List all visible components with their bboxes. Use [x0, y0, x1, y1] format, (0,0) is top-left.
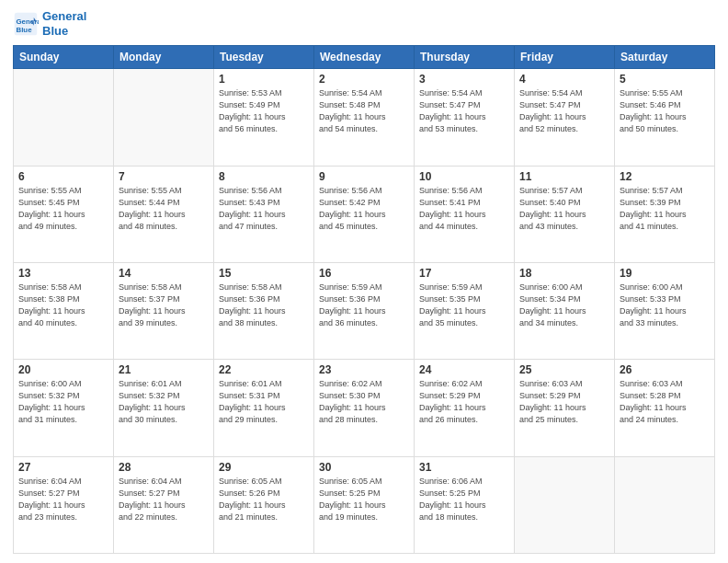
day-info: Sunrise: 5:55 AM Sunset: 5:45 PM Dayligh… — [18, 185, 108, 233]
day-number: 31 — [419, 461, 509, 474]
calendar-cell: 2Sunrise: 5:54 AM Sunset: 5:48 PM Daylig… — [314, 69, 415, 166]
header: General Blue General Blue — [13, 9, 715, 38]
weekday-header-row: SundayMondayTuesdayWednesdayThursdayFrid… — [14, 46, 715, 69]
day-info: Sunrise: 6:00 AM Sunset: 5:32 PM Dayligh… — [18, 378, 108, 426]
day-number: 7 — [119, 170, 209, 183]
day-number: 6 — [18, 170, 108, 183]
day-info: Sunrise: 5:58 AM Sunset: 5:37 PM Dayligh… — [119, 282, 209, 329]
calendar-cell: 3Sunrise: 5:54 AM Sunset: 5:47 PM Daylig… — [415, 69, 515, 166]
day-info: Sunrise: 5:59 AM Sunset: 5:35 PM Dayligh… — [419, 282, 509, 329]
day-number: 27 — [18, 461, 108, 474]
weekday-header-saturday: Saturday — [615, 46, 715, 69]
calendar-cell: 14Sunrise: 5:58 AM Sunset: 5:37 PM Dayli… — [114, 262, 214, 359]
day-info: Sunrise: 5:57 AM Sunset: 5:39 PM Dayligh… — [620, 185, 710, 233]
day-number: 14 — [119, 267, 209, 280]
page-container: General Blue General Blue SundayMondayTu… — [0, 0, 728, 563]
calendar-cell: 30Sunrise: 6:05 AM Sunset: 5:25 PM Dayli… — [314, 456, 415, 553]
week-row-3: 13Sunrise: 5:58 AM Sunset: 5:38 PM Dayli… — [14, 262, 715, 359]
day-number: 21 — [119, 363, 209, 376]
logo-icon: General Blue — [13, 11, 39, 37]
calendar-cell: 24Sunrise: 6:02 AM Sunset: 5:29 PM Dayli… — [415, 360, 515, 456]
calendar-cell: 16Sunrise: 5:59 AM Sunset: 5:36 PM Dayli… — [314, 262, 415, 359]
day-number: 9 — [319, 170, 409, 183]
day-info: Sunrise: 5:56 AM Sunset: 5:42 PM Dayligh… — [319, 185, 409, 233]
day-info: Sunrise: 6:04 AM Sunset: 5:27 PM Dayligh… — [18, 476, 108, 523]
calendar-cell: 10Sunrise: 5:56 AM Sunset: 5:41 PM Dayli… — [415, 166, 515, 262]
day-info: Sunrise: 6:03 AM Sunset: 5:28 PM Dayligh… — [620, 378, 710, 426]
calendar-cell: 8Sunrise: 5:56 AM Sunset: 5:43 PM Daylig… — [214, 166, 314, 262]
calendar-cell: 28Sunrise: 6:04 AM Sunset: 5:27 PM Dayli… — [114, 456, 214, 553]
day-number: 11 — [519, 170, 609, 183]
day-info: Sunrise: 5:58 AM Sunset: 5:36 PM Dayligh… — [219, 282, 309, 329]
calendar-cell: 12Sunrise: 5:57 AM Sunset: 5:39 PM Dayli… — [615, 166, 715, 262]
day-info: Sunrise: 6:02 AM Sunset: 5:30 PM Dayligh… — [319, 378, 409, 426]
calendar-cell — [515, 456, 615, 553]
calendar-cell: 9Sunrise: 5:56 AM Sunset: 5:42 PM Daylig… — [314, 166, 415, 262]
day-info: Sunrise: 6:01 AM Sunset: 5:31 PM Dayligh… — [219, 378, 309, 426]
calendar-cell: 31Sunrise: 6:06 AM Sunset: 5:25 PM Dayli… — [415, 456, 515, 553]
day-info: Sunrise: 5:56 AM Sunset: 5:43 PM Dayligh… — [219, 185, 309, 233]
day-info: Sunrise: 6:00 AM Sunset: 5:34 PM Dayligh… — [519, 282, 609, 329]
calendar-cell: 11Sunrise: 5:57 AM Sunset: 5:40 PM Dayli… — [515, 166, 615, 262]
calendar-cell: 7Sunrise: 5:55 AM Sunset: 5:44 PM Daylig… — [114, 166, 214, 262]
calendar-cell: 6Sunrise: 5:55 AM Sunset: 5:45 PM Daylig… — [14, 166, 114, 262]
calendar-table: SundayMondayTuesdayWednesdayThursdayFrid… — [13, 45, 715, 554]
day-number: 1 — [219, 73, 309, 86]
calendar-cell: 17Sunrise: 5:59 AM Sunset: 5:35 PM Dayli… — [415, 262, 515, 359]
week-row-5: 27Sunrise: 6:04 AM Sunset: 5:27 PM Dayli… — [14, 456, 715, 553]
day-info: Sunrise: 6:01 AM Sunset: 5:32 PM Dayligh… — [119, 378, 209, 426]
day-number: 22 — [219, 363, 309, 376]
logo-text: General Blue — [42, 9, 86, 38]
day-number: 17 — [419, 267, 509, 280]
weekday-header-thursday: Thursday — [415, 46, 515, 69]
week-row-2: 6Sunrise: 5:55 AM Sunset: 5:45 PM Daylig… — [14, 166, 715, 262]
day-number: 16 — [319, 267, 409, 280]
day-number: 23 — [319, 363, 409, 376]
day-number: 20 — [18, 363, 108, 376]
day-info: Sunrise: 5:54 AM Sunset: 5:47 PM Dayligh… — [419, 87, 509, 135]
day-info: Sunrise: 5:54 AM Sunset: 5:48 PM Dayligh… — [319, 87, 409, 135]
day-number: 10 — [419, 170, 509, 183]
calendar-cell: 18Sunrise: 6:00 AM Sunset: 5:34 PM Dayli… — [515, 262, 615, 359]
day-info: Sunrise: 6:02 AM Sunset: 5:29 PM Dayligh… — [419, 378, 509, 426]
calendar-cell — [615, 456, 715, 553]
week-row-1: 1Sunrise: 5:53 AM Sunset: 5:49 PM Daylig… — [14, 69, 715, 166]
calendar-cell: 15Sunrise: 5:58 AM Sunset: 5:36 PM Dayli… — [214, 262, 314, 359]
calendar-cell: 22Sunrise: 6:01 AM Sunset: 5:31 PM Dayli… — [214, 360, 314, 456]
calendar-cell: 19Sunrise: 6:00 AM Sunset: 5:33 PM Dayli… — [615, 262, 715, 359]
day-number: 8 — [219, 170, 309, 183]
day-info: Sunrise: 5:53 AM Sunset: 5:49 PM Dayligh… — [219, 87, 309, 135]
day-info: Sunrise: 5:54 AM Sunset: 5:47 PM Dayligh… — [519, 87, 609, 135]
logo: General Blue General Blue — [13, 9, 86, 38]
calendar-cell — [114, 69, 214, 166]
day-number: 4 — [519, 73, 609, 86]
calendar-cell: 25Sunrise: 6:03 AM Sunset: 5:29 PM Dayli… — [515, 360, 615, 456]
day-number: 3 — [419, 73, 509, 86]
weekday-header-monday: Monday — [114, 46, 214, 69]
calendar-cell: 1Sunrise: 5:53 AM Sunset: 5:49 PM Daylig… — [214, 69, 314, 166]
calendar-cell: 13Sunrise: 5:58 AM Sunset: 5:38 PM Dayli… — [14, 262, 114, 359]
calendar-cell: 23Sunrise: 6:02 AM Sunset: 5:30 PM Dayli… — [314, 360, 415, 456]
day-number: 24 — [419, 363, 509, 376]
weekday-header-friday: Friday — [515, 46, 615, 69]
day-number: 30 — [319, 461, 409, 474]
day-number: 5 — [620, 73, 710, 86]
svg-text:Blue: Blue — [17, 25, 33, 33]
day-number: 25 — [519, 363, 609, 376]
day-info: Sunrise: 5:55 AM Sunset: 5:44 PM Dayligh… — [119, 185, 209, 233]
day-info: Sunrise: 5:59 AM Sunset: 5:36 PM Dayligh… — [319, 282, 409, 329]
calendar-cell: 4Sunrise: 5:54 AM Sunset: 5:47 PM Daylig… — [515, 69, 615, 166]
calendar-cell: 21Sunrise: 6:01 AM Sunset: 5:32 PM Dayli… — [114, 360, 214, 456]
day-number: 13 — [18, 267, 108, 280]
day-info: Sunrise: 5:56 AM Sunset: 5:41 PM Dayligh… — [419, 185, 509, 233]
day-number: 26 — [620, 363, 710, 376]
day-info: Sunrise: 5:55 AM Sunset: 5:46 PM Dayligh… — [620, 87, 710, 135]
day-number: 18 — [519, 267, 609, 280]
calendar-cell: 29Sunrise: 6:05 AM Sunset: 5:26 PM Dayli… — [214, 456, 314, 553]
day-info: Sunrise: 6:05 AM Sunset: 5:25 PM Dayligh… — [319, 476, 409, 523]
day-number: 28 — [119, 461, 209, 474]
day-info: Sunrise: 5:58 AM Sunset: 5:38 PM Dayligh… — [18, 282, 108, 329]
day-number: 12 — [620, 170, 710, 183]
weekday-header-wednesday: Wednesday — [314, 46, 415, 69]
day-number: 2 — [319, 73, 409, 86]
